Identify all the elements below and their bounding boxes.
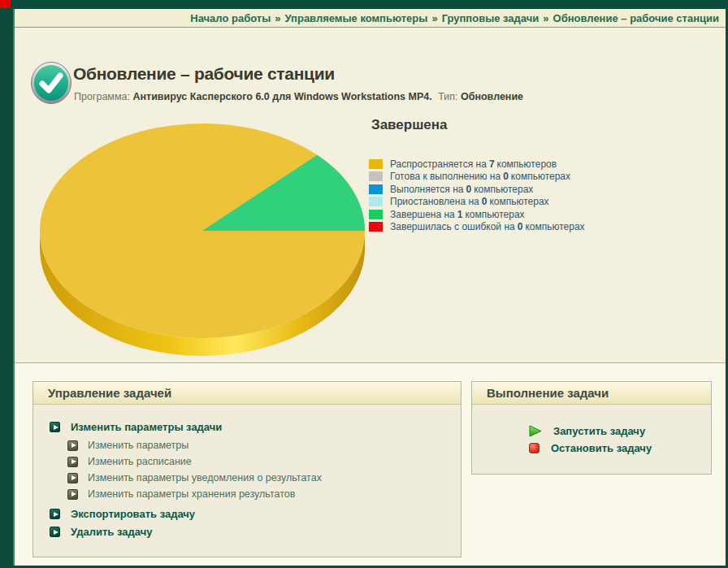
breadcrumb: Начало работы » Управляемые компьютеры »… — [15, 9, 726, 28]
legend-label: Выполняется на — [390, 184, 463, 195]
legend-count: 0 — [503, 171, 509, 182]
page-container: Начало работы » Управляемые компьютеры »… — [13, 9, 726, 566]
play-arrow-icon — [50, 422, 60, 432]
breadcrumb-item-home[interactable]: Начало работы — [190, 12, 271, 24]
legend-swatch-paused — [369, 197, 383, 206]
task-program-info: Программа: Антивирус Касперского 6.0 для… — [74, 91, 523, 102]
legend-item-paused: Приостановлена на 0 компьютерах — [369, 196, 585, 209]
edit-notification-link[interactable]: Изменить параметры уведомления о результ… — [67, 472, 461, 483]
chart-title: Завершена — [371, 117, 448, 133]
legend-label: компьютерах — [474, 184, 533, 195]
task-execution-panel-body: Запустить задачу Остановить задачу — [472, 405, 711, 454]
legend-item-completed: Завершена на 1 компьютерах — [369, 208, 585, 221]
legend-item-running: Распространяется на 7 компьютеров — [369, 158, 585, 171]
stop-task-icon — [529, 443, 540, 453]
run-task-icon — [529, 425, 542, 437]
breadcrumb-separator: » — [543, 12, 548, 24]
legend-label: компьютерах — [525, 221, 584, 232]
legend-label: компьютерах — [465, 209, 524, 220]
legend-count: 0 — [466, 184, 471, 195]
export-task-link[interactable]: Экспортировать задачу — [50, 508, 461, 520]
legend-label: компьютерах — [489, 196, 548, 207]
link-label: Изменить расписание — [88, 456, 192, 467]
play-arrow-icon — [67, 457, 78, 467]
link-label: Изменить параметры — [88, 440, 188, 451]
chart-legend: Распространяется на 7 компьютеров Готова… — [369, 158, 585, 233]
legend-count: 1 — [457, 209, 463, 220]
legend-label: компьютеров — [497, 158, 557, 170]
task-status-section: Обновление – рабочие станции Программа: … — [15, 28, 726, 362]
start-task-link[interactable]: Запустить задачу — [529, 425, 711, 437]
legend-item-scheduled: Готова к выполнению на 0 компьютерах — [369, 171, 585, 184]
legend-label: Распространяется на — [390, 158, 487, 170]
legend-swatch-scheduled — [369, 171, 383, 181]
task-execution-panel: Выполнение задачи Запустить задачу — [471, 381, 712, 475]
edit-params-link[interactable]: Изменить параметры — [67, 440, 461, 451]
legend-swatch-completed — [369, 210, 383, 219]
play-arrow-icon — [67, 440, 78, 451]
legend-count: 0 — [482, 196, 488, 207]
link-label: Экспортировать задачу — [71, 508, 195, 520]
edit-storage-link[interactable]: Изменить параметры хранения результатов — [67, 488, 461, 500]
delete-task-link[interactable]: Удалить задачу — [50, 526, 461, 538]
program-label: Программа: — [74, 91, 130, 102]
legend-count: 7 — [489, 158, 495, 170]
legend-label: компьютерах — [511, 171, 570, 182]
play-arrow-icon — [50, 527, 60, 537]
edit-task-settings-link[interactable]: Изменить параметры задачи — [50, 421, 461, 433]
breadcrumb-separator: » — [431, 12, 437, 24]
breadcrumb-item-managed-computers[interactable]: Управляемые компьютеры — [285, 12, 428, 24]
legend-swatch-failed — [369, 222, 383, 232]
link-label: Изменить параметры задачи — [71, 421, 222, 433]
task-status-pie-chart — [34, 124, 369, 361]
legend-label: Завершена на — [390, 209, 455, 220]
breadcrumb-item-current-task: Обновление – рабочие станции — [553, 12, 719, 24]
play-arrow-icon — [67, 473, 78, 483]
legend-item-failed: Завершилась с ошибкой на 0 компьютерах — [369, 221, 585, 234]
breadcrumb-item-group-tasks[interactable]: Групповые задачи — [442, 12, 540, 24]
link-label: Удалить задачу — [71, 526, 152, 538]
link-label: Изменить параметры хранения результатов — [88, 488, 295, 500]
play-arrow-icon — [50, 509, 60, 519]
task-management-panel-header: Управление задачей — [33, 382, 461, 405]
program-value: Антивирус Касперского 6.0 для Windows Wo… — [132, 91, 431, 102]
link-label: Изменить параметры уведомления о результ… — [88, 472, 322, 483]
play-arrow-icon — [67, 489, 78, 500]
task-management-panel: Управление задачей Изменить параметры за… — [32, 381, 462, 557]
legend-item-executing: Выполняется на 0 компьютерах — [369, 183, 585, 196]
type-label: Тип: — [438, 91, 457, 102]
stop-task-link[interactable]: Остановить задачу — [529, 442, 711, 454]
edit-task-sub-links: Изменить параметры Изменить расписание И… — [67, 440, 461, 500]
legend-swatch-running — [369, 159, 383, 169]
window-corner-decoration — [0, 0, 11, 8]
edit-schedule-link[interactable]: Изменить расписание — [67, 456, 461, 467]
legend-label: Приостановлена на — [390, 196, 479, 207]
legend-count: 0 — [518, 221, 523, 232]
task-status-check-icon — [31, 62, 72, 104]
legend-label: Готова к выполнению на — [390, 171, 500, 182]
task-execution-panel-header: Выполнение задачи — [472, 382, 711, 405]
actions-section: Управление задачей Изменить параметры за… — [15, 362, 726, 565]
breadcrumb-separator: » — [275, 12, 280, 24]
legend-swatch-executing — [369, 184, 383, 194]
task-management-panel-body: Изменить параметры задачи Изменить парам… — [33, 405, 461, 538]
link-label: Остановить задачу — [551, 442, 652, 454]
page-title: Обновление – рабочие станции — [73, 64, 335, 84]
legend-label: Завершилась с ошибкой на — [390, 221, 515, 232]
link-label: Запустить задачу — [553, 425, 645, 437]
type-value: Обновление — [461, 91, 523, 102]
